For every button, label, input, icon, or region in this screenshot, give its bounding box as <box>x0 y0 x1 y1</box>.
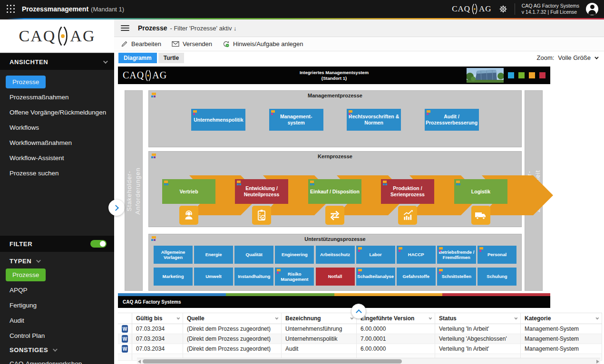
node-marker-icon <box>310 181 314 185</box>
caq-logo-mark <box>471 3 478 15</box>
sidebar-item-prozesse[interactable]: Prozesse <box>6 76 46 88</box>
chevron-down-icon <box>53 347 58 352</box>
process-box-labor[interactable]: Labor <box>356 246 395 264</box>
process-box-schadteilanalyse[interactable]: Schadteilanalyse <box>356 268 395 286</box>
filter-item-audit[interactable]: Audit <box>6 314 108 327</box>
sidebar-item-prozessmassnahmen[interactable]: Prozessmaßnahmen <box>6 91 108 104</box>
process-box-entwicklung-neuteilprozess[interactable]: Entwicklung / Neuteilprozess <box>235 179 288 204</box>
process-box-produktion-serienprozess[interactable]: Produktion / Serienprozess <box>381 179 434 204</box>
process-box-schulung[interactable]: Schulung <box>477 268 516 286</box>
collapse-table-button[interactable] <box>351 304 366 319</box>
typen-section-header[interactable]: TYPEN <box>0 252 114 268</box>
sidebar-expand-handle[interactable] <box>108 200 125 216</box>
filter-item-apqp[interactable]: APQP <box>6 284 108 297</box>
hamburger-menu-icon[interactable] <box>121 25 129 31</box>
filter-item-fertigung[interactable]: Fertigung <box>6 299 108 312</box>
sonstiges-section-header[interactable]: SONSTIGES <box>0 345 114 357</box>
active-filter-text[interactable]: - Filter 'Prozesse' aktiv ↓ <box>170 25 236 32</box>
column-header-bezeichnung[interactable]: Bezeichnung <box>282 313 357 324</box>
node-marker-icon <box>277 269 281 274</box>
process-box-energie[interactable]: Energie <box>194 246 233 264</box>
horizontal-scrollbar[interactable] <box>137 358 600 364</box>
column-header-gueltig-bis[interactable]: Gültig bis <box>132 313 183 324</box>
process-box-allgemeine-vorlagen[interactable]: Allgemeine Vorlagen <box>154 246 193 264</box>
checklist-icon[interactable] <box>252 206 271 225</box>
process-box-unternehmenspolitik[interactable]: Unternehmenspolitik <box>191 109 245 131</box>
process-box-instandhaltung[interactable]: Instandhaltung <box>234 268 273 286</box>
hierarchy-icon <box>151 153 157 159</box>
sidebar-item-workflowmassnahmen[interactable]: Workflowmaßnahmen <box>6 136 108 149</box>
hierarchy-icon <box>151 236 157 242</box>
process-box-arbeitsschutz[interactable]: Arbeitsschutz <box>316 246 355 264</box>
tab-diagramm[interactable]: Diagramm <box>118 53 157 63</box>
column-header-eingefuehrte-version[interactable]: Eingeführte Version <box>357 313 435 324</box>
process-box-haccp[interactable]: HACCP <box>397 246 436 264</box>
chevron-down-icon <box>595 316 599 319</box>
section-title: Kernprozesse <box>149 152 521 159</box>
sidebar-item-offene-vorgaenge[interactable]: Offene Vorgänge/Rückmeldungen <box>6 106 108 119</box>
create-note-task-button[interactable]: Hinweis/Aufgabe anlegen <box>223 40 303 48</box>
zoom-dropdown[interactable]: Zoom: Volle Größe <box>537 53 598 61</box>
documents-table: Gültig bis Quelle Bezeichnung Eingeführt… <box>118 313 602 361</box>
tab-turtle[interactable]: Turtle <box>158 53 184 63</box>
process-box-qualitaet[interactable]: Qualität <box>234 246 273 264</box>
filter-toggle[interactable] <box>90 240 107 248</box>
process-box-gefahrstoffe[interactable]: Gefahrstoffe <box>397 268 436 286</box>
scroll-left-arrow[interactable] <box>138 360 141 364</box>
sidebar-item-workflow-assistent[interactable]: Workflow-Assistent <box>6 152 108 164</box>
process-box-vertrieb[interactable]: Vertrieb <box>162 179 215 204</box>
table-row[interactable]: W 07.03.2034 (Direkt dem Prozess zugeord… <box>118 334 602 344</box>
filter-item-prozesse[interactable]: Prozesse <box>6 268 46 281</box>
chevron-down-icon <box>594 55 598 59</box>
truck-icon[interactable] <box>471 206 490 225</box>
sidebar-item-prozesse-suchen[interactable]: Prozesse suchen <box>6 167 108 180</box>
user-avatar[interactable] <box>586 3 598 15</box>
topbar-divider <box>515 3 515 15</box>
process-box-audit-prozessverbesserung[interactable]: Audit / Prozessverbesserung <box>425 109 479 131</box>
process-box-logistik[interactable]: Logistik <box>454 179 507 204</box>
edit-button[interactable]: Bearbeiten <box>121 40 161 48</box>
content-header: Prozesse - Filter 'Prozesse' aktiv ↓ <box>114 19 604 37</box>
section-title: Unterstützungsprozesse <box>149 234 521 242</box>
column-header-quelle[interactable]: Quelle <box>183 313 282 324</box>
node-marker-icon <box>439 247 443 252</box>
process-box-umwelt[interactable]: Umwelt <box>194 268 233 286</box>
process-box-personal[interactable]: Personal <box>477 246 516 264</box>
hierarchy-icon <box>151 93 157 98</box>
process-box-einkauf-disposition[interactable]: Einkauf / Disposition <box>308 179 361 204</box>
process-box-schnittstellen[interactable]: Schnittstellen <box>437 268 476 286</box>
diagram-canvas: CAQ AG Integriertes Managementsystem (St… <box>114 65 604 364</box>
kernprozesse-section: Kernprozesse Vertrieb Entw <box>148 151 522 227</box>
process-box-marketing[interactable]: Marketing <box>154 268 193 286</box>
table-row[interactable]: W 07.03.2034 (Direkt dem Prozess zugeord… <box>118 344 602 354</box>
filter-item-caq-anwenderworkshop[interactable]: CAQ-Anwenderworkshop <box>6 357 108 364</box>
doc-icon-column-header[interactable] <box>118 313 132 324</box>
chevron-down-icon <box>36 258 41 263</box>
gear-icon[interactable] <box>498 4 508 14</box>
process-box-notfall[interactable]: Notfall <box>316 268 355 286</box>
scrollbar-thumb[interactable] <box>143 359 402 364</box>
pencil-icon <box>121 40 128 48</box>
node-marker-icon <box>439 269 443 274</box>
chevron-down-icon <box>429 316 432 319</box>
company-building-photo <box>467 68 504 83</box>
filter-item-control-plan[interactable]: Control Plan <box>6 329 108 342</box>
process-box-betriebsfremde-fremdfirmen[interactable]: Betriebsfremde / Fremdfirmen <box>437 246 476 264</box>
word-document-icon: W <box>122 345 128 353</box>
column-header-status[interactable]: Status <box>435 313 521 324</box>
column-header-kategorie[interactable]: Kategorie <box>521 313 602 324</box>
process-box-rechtsvorschriften[interactable]: Rechtsvorschriften & Normen <box>347 109 401 131</box>
process-box-engineering[interactable]: Engineering <box>275 246 314 264</box>
process-box-managementsystem[interactable]: Management- system <box>269 109 323 131</box>
growth-chart-icon[interactable] <box>398 206 417 225</box>
send-button[interactable]: Versenden <box>172 40 212 48</box>
app-launcher-icon[interactable] <box>7 5 15 13</box>
exchange-arrows-icon[interactable] <box>325 206 344 225</box>
table-row[interactable]: W 07.03.2034 (Direkt dem Prozess zugeord… <box>118 324 602 334</box>
ansichten-section-header[interactable]: ANSICHTEN <box>0 54 114 70</box>
node-marker-icon <box>271 110 275 115</box>
process-box-risiko-management[interactable]: Risiko Management <box>275 268 314 286</box>
support-agent-icon[interactable] <box>179 206 198 225</box>
sidebar-item-workflows[interactable]: Workflows <box>6 121 108 134</box>
scroll-right-arrow[interactable] <box>596 360 599 364</box>
